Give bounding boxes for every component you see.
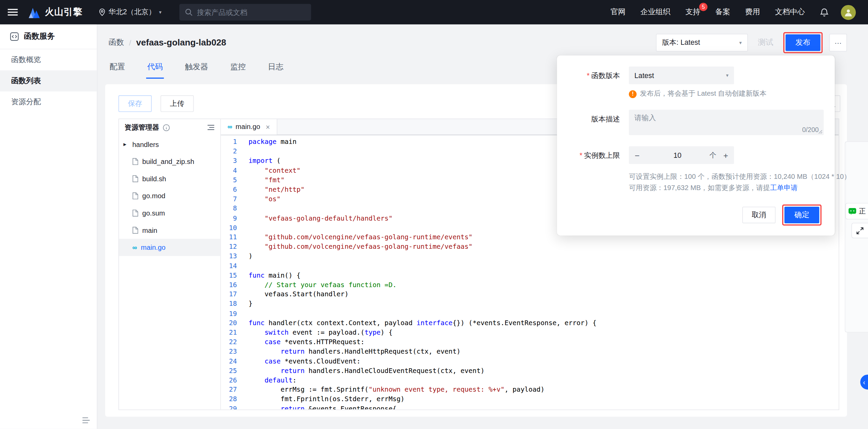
volcengine-logo[interactable]: 火山引擎 bbox=[28, 6, 83, 18]
expand-panel-button[interactable] bbox=[851, 223, 868, 238]
line-number: 17 bbox=[221, 290, 237, 299]
chat-bot-icon bbox=[848, 206, 856, 216]
code-line: return handlers.HandleHttpRequest(ctx, e… bbox=[249, 347, 839, 357]
hamburger-menu-icon[interactable] bbox=[8, 9, 18, 16]
line-number: 5 bbox=[221, 175, 237, 185]
quota-line1: 可设置实例上限：100 个，函数预计使用资源：10,240 MB（1024 * … bbox=[629, 171, 822, 182]
more-button[interactable]: ··· bbox=[829, 34, 847, 52]
tab-trigger[interactable]: 触发器 bbox=[184, 58, 209, 79]
sidebar-menu: 函数概览函数列表资源分配 bbox=[0, 49, 97, 112]
version-field-label: *函数版本 bbox=[570, 67, 620, 99]
version-desc-textarea[interactable]: 请输入 0/200 bbox=[629, 110, 824, 135]
line-number: 26 bbox=[221, 376, 237, 385]
topbar-link-support[interactable]: 支持5 bbox=[685, 7, 700, 17]
code-line: fmt.Fprintln(os.Stderr, errMsg) bbox=[249, 395, 839, 404]
tab-code[interactable]: 代码 bbox=[146, 58, 164, 79]
code-line: func main() { bbox=[249, 271, 839, 280]
notification-bell-icon[interactable] bbox=[820, 7, 829, 17]
version-select[interactable]: 版本: Latest ▾ bbox=[656, 34, 748, 52]
editor-tab-main-go[interactable]: ∞ main.go × bbox=[221, 119, 277, 135]
increment-button[interactable]: + bbox=[717, 146, 734, 164]
cancel-button[interactable]: 取消 bbox=[742, 207, 775, 223]
code-line: switch event := payload.(type) { bbox=[249, 328, 839, 338]
search-input[interactable] bbox=[197, 8, 305, 16]
topbar-link-icp-filing[interactable]: 备案 bbox=[715, 7, 730, 17]
topbar: 火山引擎 华北2（北京） ▾ 官网企业组织支持5备案费用文档中心 bbox=[0, 0, 868, 24]
code-line: default: bbox=[249, 376, 839, 385]
page: 火山引擎 华北2（北京） ▾ 官网企业组织支持5备案费用文档中心 bbox=[0, 0, 868, 429]
line-number: 29 bbox=[221, 404, 237, 409]
file-name: handlers bbox=[132, 141, 159, 148]
file-item-main.go[interactable]: ∞main.go bbox=[119, 239, 220, 256]
user-avatar[interactable] bbox=[841, 5, 856, 20]
file-item-build.sh[interactable]: build.sh bbox=[119, 170, 220, 187]
page-title: vefaas-golang-lab028 bbox=[136, 38, 226, 48]
line-number: 13 bbox=[221, 252, 237, 261]
code-line: ) bbox=[249, 252, 839, 261]
file-item-go.sum[interactable]: go.sum bbox=[119, 204, 220, 222]
explorer-header: 资源管理器 bbox=[119, 119, 220, 136]
search-icon bbox=[185, 8, 193, 16]
topbar-link-enterprise-org[interactable]: 企业组织 bbox=[640, 7, 670, 17]
file-item-main[interactable]: main bbox=[119, 222, 220, 239]
textarea-placeholder: 请输入 bbox=[634, 114, 656, 122]
sidebar: 函数服务 函数概览函数列表资源分配 bbox=[0, 24, 97, 429]
instance-count-value[interactable]: 10 bbox=[646, 151, 710, 159]
sidebar-item-function-list[interactable]: 函数列表 bbox=[0, 70, 97, 91]
file-name: main bbox=[142, 226, 157, 234]
confirm-button[interactable]: 确定 bbox=[784, 207, 819, 223]
line-number: 3 bbox=[221, 156, 237, 166]
sidebar-collapse-icon[interactable] bbox=[82, 417, 90, 424]
publish-button[interactable]: 发布 bbox=[786, 34, 821, 51]
file-item-handlers[interactable]: ▶handlers bbox=[119, 136, 220, 153]
expand-arrows-icon bbox=[856, 227, 864, 234]
decrement-button[interactable]: − bbox=[629, 146, 646, 164]
file-name: go.sum bbox=[142, 209, 165, 217]
resize-handle-icon[interactable] bbox=[818, 130, 823, 134]
topbar-link-doc-center[interactable]: 文档中心 bbox=[775, 7, 805, 17]
close-tab-icon[interactable]: × bbox=[266, 123, 270, 131]
chevron-down-icon: ▾ bbox=[739, 40, 742, 45]
line-number: 2 bbox=[221, 147, 237, 156]
topbar-link-official-site[interactable]: 官网 bbox=[611, 7, 626, 17]
file-item-build_and_zip.sh[interactable]: build_and_zip.sh bbox=[119, 153, 220, 170]
upload-button[interactable]: 上传 bbox=[160, 95, 194, 112]
file-icon bbox=[132, 192, 138, 200]
publish-annotation-box: 发布 bbox=[783, 32, 823, 53]
folder-arrow-icon[interactable]: ▶ bbox=[123, 142, 129, 147]
breadcrumb-root[interactable]: 函数 bbox=[108, 38, 124, 48]
code-line: return handlers.HandleCloudEventRequest(… bbox=[249, 366, 839, 376]
tab-bar: 配置代码触发器监控日志 bbox=[108, 58, 284, 79]
sidebar-item-function-overview[interactable]: 函数概览 bbox=[0, 49, 97, 70]
topbar-link-billing[interactable]: 费用 bbox=[745, 7, 760, 17]
sidebar-item-resource-allocation[interactable]: 资源分配 bbox=[0, 91, 97, 112]
file-item-go.mod[interactable]: go.mod bbox=[119, 187, 220, 205]
version-field-row: *函数版本 Latest ▾ ! 发布后，将会基于 Latest 自动创建新版本 bbox=[570, 67, 822, 99]
test-button[interactable]: 测试 bbox=[754, 38, 776, 48]
save-button[interactable]: 保存 bbox=[118, 95, 152, 112]
region-selector[interactable]: 华北2（北京） ▾ bbox=[99, 7, 161, 17]
function-service-icon bbox=[10, 32, 19, 41]
global-search[interactable] bbox=[179, 4, 311, 20]
info-icon[interactable] bbox=[162, 124, 170, 131]
ticket-request-link[interactable]: 工单申请 bbox=[770, 184, 798, 192]
code-line: errMsg := fmt.Sprintf("unknown event typ… bbox=[249, 385, 839, 395]
volcano-logo-icon bbox=[28, 6, 41, 18]
file-icon bbox=[132, 209, 138, 217]
collapse-all-icon[interactable] bbox=[207, 124, 215, 131]
line-number: 24 bbox=[221, 357, 237, 366]
publish-dialog: *函数版本 Latest ▾ ! 发布后，将会基于 Latest 自动创建新版本… bbox=[557, 55, 835, 236]
line-number: 7 bbox=[221, 194, 237, 204]
instances-field-label: *实例数上限 bbox=[570, 146, 620, 193]
line-number: 20 bbox=[221, 319, 237, 328]
code-line: case *events.CloudEvent: bbox=[249, 357, 839, 366]
tab-config[interactable]: 配置 bbox=[108, 58, 126, 79]
function-version-select[interactable]: Latest ▾ bbox=[629, 67, 734, 84]
tab-monitor[interactable]: 监控 bbox=[229, 58, 247, 79]
customer-service-widget[interactable]: 正 bbox=[845, 203, 868, 220]
desc-field-row: 版本描述 请输入 0/200 bbox=[570, 110, 822, 135]
warning-icon: ! bbox=[629, 90, 637, 98]
line-number: 19 bbox=[221, 309, 237, 318]
tab-logs[interactable]: 日志 bbox=[267, 58, 284, 79]
region-label: 华北2（北京） bbox=[108, 7, 156, 17]
